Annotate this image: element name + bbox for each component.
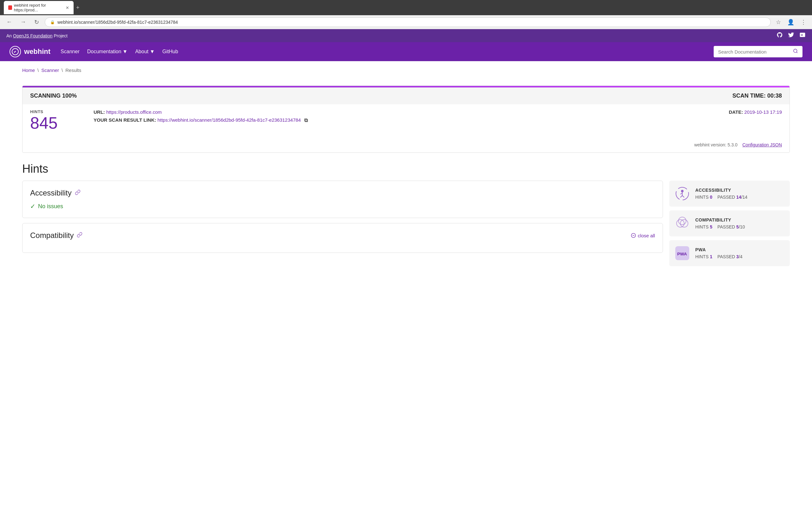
tab-title: webhint report for https://prod... (14, 3, 62, 12)
close-all-button[interactable]: close all (631, 233, 655, 238)
pwa-icon-box: PWA (675, 246, 689, 260)
github-social-link[interactable] (776, 32, 783, 40)
banner-text: An OpenJS Foundation Project (6, 33, 67, 38)
logo-link[interactable]: webhint (9, 46, 50, 57)
browser-nav: ← → ↻ 🔒 webhint.io/scanner/1856d2bd-95fd… (0, 15, 812, 29)
accessibility-card-header: Accessibility (30, 188, 655, 198)
url-label: URL: (94, 109, 105, 115)
pwa-hints-stat: HINTS 1 (695, 254, 712, 259)
documentation-nav-link[interactable]: Documentation ▼ (87, 49, 128, 55)
scan-footer: webhint version: 5.3.0 Configuration JSO… (22, 140, 790, 153)
hints-count: 845 (30, 114, 87, 132)
scan-header: SCANNING 100% SCAN TIME: 00:38 (22, 88, 790, 104)
compatibility-link-icon[interactable] (77, 232, 83, 239)
version-text: webhint version: 5.3.0 (694, 142, 738, 147)
result-link[interactable]: https://webhint.io/scanner/1856d2bd-95fd… (157, 117, 301, 123)
accessibility-hint-card: Accessibility ✓ No issues (22, 181, 663, 218)
config-json-link[interactable]: Configuration JSON (742, 142, 782, 147)
about-chevron-icon: ▼ (150, 49, 155, 55)
browser-nav-icons: ☆ 👤 ⋮ (774, 17, 808, 27)
compatibility-hint-card: Compatibility close all (22, 223, 663, 253)
new-tab-button[interactable]: + (76, 4, 80, 11)
pwa-sidebar-icon: PWA (674, 245, 690, 261)
pwa-sidebar-title: PWA (695, 247, 785, 252)
medium-social-link[interactable]: M (799, 32, 806, 40)
svg-line-10 (680, 195, 682, 198)
accessibility-sidebar-stats: HINTS 0 PASSED 14/14 (695, 194, 785, 200)
url-link[interactable]: https://products.office.com (106, 109, 162, 115)
no-issues-text: No issues (38, 203, 63, 210)
compatibility-card-title: Compatibility (30, 231, 73, 240)
twitter-social-link[interactable] (788, 32, 794, 40)
scan-percentage: SCANNING 100% (30, 93, 77, 99)
forward-button[interactable]: → (18, 17, 29, 26)
logo-icon (9, 46, 21, 57)
result-link-row: YOUR SCAN RESULT LINK: https://webhint.i… (94, 117, 718, 123)
logo-text: webhint (24, 48, 50, 56)
accessibility-hints-stat: HINTS 0 (695, 194, 712, 200)
date-value: 2019-10-13 17:19 (745, 109, 782, 115)
main-layout: Accessibility ✓ No issues Compatibility … (0, 181, 812, 266)
accessibility-sidebar-icon (674, 186, 690, 202)
scan-row: HINTS 845 URL: https://products.office.c… (30, 109, 782, 132)
browser-chrome: webhint report for https://prod... ✕ + (0, 0, 812, 15)
pwa-sidebar-card: PWA PWA HINTS 1 PASSED 3/4 (669, 240, 790, 266)
date-row: DATE: 2019-10-13 17:19 (718, 109, 782, 115)
compatibility-sidebar-title: COMPATIBILITY (695, 217, 785, 222)
scanner-nav-link[interactable]: Scanner (61, 49, 80, 55)
top-banner: An OpenJS Foundation Project M (0, 29, 812, 42)
compatibility-sidebar-stats: HINTS 5 PASSED 5/10 (695, 224, 785, 229)
svg-point-14 (678, 217, 686, 225)
browser-tab[interactable]: webhint report for https://prod... ✕ (4, 1, 73, 14)
hints-heading: Hints (22, 162, 790, 176)
compatibility-card-header: Compatibility close all (30, 231, 655, 240)
pwa-sidebar-content: PWA HINTS 1 PASSED 3/4 (695, 247, 785, 259)
copy-icon[interactable]: ⧉ (304, 118, 308, 123)
scan-results-box: SCANNING 100% SCAN TIME: 00:38 HINTS 845… (22, 86, 790, 153)
scan-body: HINTS 845 URL: https://products.office.c… (22, 104, 790, 140)
no-issues-indicator: ✓ No issues (30, 203, 655, 210)
address-text: webhint.io/scanner/1856d2bd-95fd-42fa-81… (57, 20, 765, 25)
scan-time: SCAN TIME: 00:38 (732, 93, 782, 99)
breadcrumb-home-link[interactable]: Home (22, 67, 35, 73)
scan-date-section: DATE: 2019-10-13 17:19 (718, 109, 782, 117)
date-label: DATE: (729, 109, 743, 115)
check-icon: ✓ (30, 203, 36, 210)
profile-button[interactable]: 👤 (785, 17, 796, 27)
breadcrumb: Home \ Scanner \ Results (0, 61, 812, 79)
menu-button[interactable]: ⋮ (799, 17, 808, 27)
accessibility-card-title: Accessibility (30, 188, 72, 198)
compatibility-hints-stat: HINTS 5 (695, 224, 712, 229)
accessibility-passed-stat: PASSED 14/14 (717, 194, 748, 200)
github-nav-link[interactable]: GitHub (162, 49, 178, 55)
compatibility-sidebar-content: COMPATIBILITY HINTS 5 PASSED 5/10 (695, 217, 785, 229)
svg-point-3 (794, 49, 797, 53)
about-nav-link[interactable]: About ▼ (135, 49, 155, 55)
openjs-link[interactable]: OpenJS Foundation (13, 33, 53, 38)
compatibility-sidebar-icon (674, 216, 690, 231)
tab-close-button[interactable]: ✕ (66, 5, 69, 10)
search-input[interactable] (718, 49, 791, 55)
breadcrumb-sep-2: \ (61, 67, 63, 73)
search-bar-container (714, 46, 803, 57)
svg-text:M: M (801, 34, 803, 37)
svg-line-11 (682, 195, 684, 198)
breadcrumb-sep-1: \ (38, 67, 39, 73)
svg-text:PWA: PWA (677, 252, 687, 257)
accessibility-link-icon[interactable] (75, 189, 81, 197)
reload-button[interactable]: ↻ (32, 17, 42, 27)
pwa-sidebar-stats: HINTS 1 PASSED 3/4 (695, 254, 785, 259)
accessibility-sidebar-card: ACCESSIBILITY HINTS 0 PASSED 14/14 (669, 181, 790, 207)
accessibility-sidebar-content: ACCESSIBILITY HINTS 0 PASSED 14/14 (695, 187, 785, 200)
documentation-chevron-icon: ▼ (122, 49, 128, 55)
social-icons: M (776, 32, 806, 40)
pwa-passed-stat: PASSED 3/4 (717, 254, 743, 259)
back-button[interactable]: ← (4, 17, 14, 26)
bookmark-button[interactable]: ☆ (774, 17, 783, 27)
breadcrumb-scanner-link[interactable]: Scanner (41, 67, 59, 73)
address-bar[interactable]: 🔒 webhint.io/scanner/1856d2bd-95fd-42fa-… (45, 17, 771, 27)
nav-links: Scanner Documentation ▼ About ▼ GitHub (61, 49, 704, 55)
compatibility-sidebar-card: COMPATIBILITY HINTS 5 PASSED 5/10 (669, 210, 790, 236)
search-button[interactable] (793, 49, 798, 55)
hints-section: HINTS 845 (30, 109, 87, 132)
